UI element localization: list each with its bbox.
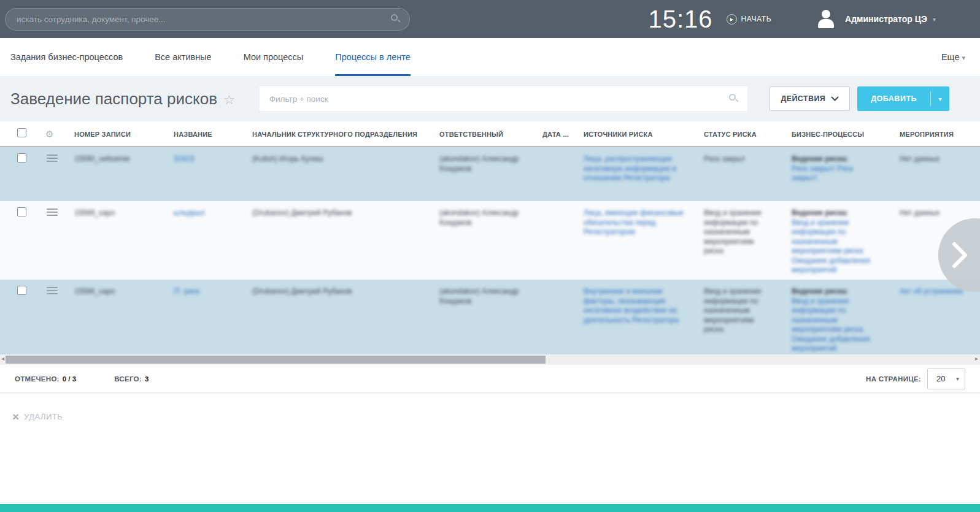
chevron-down-icon: [831, 96, 839, 101]
chevron-down-icon: ▾: [956, 375, 959, 382]
tab-my-processes[interactable]: Мои процессы: [244, 38, 304, 76]
record-name-link[interactable]: 32423: [174, 155, 194, 163]
scroll-left-arrow-icon[interactable]: ◂: [1, 355, 4, 362]
row-checkbox[interactable]: [17, 153, 26, 162]
grid-body: 15590_seltseinte 32423 (Kulish) Игорь Ку…: [0, 147, 980, 354]
risk-status: Ввод и хранение информации по назначенны…: [704, 287, 762, 334]
process-tabs: Задания бизнес-процессов Все активные Мо…: [0, 38, 980, 76]
user-avatar[interactable]: [816, 9, 836, 29]
checked-label: ОТМЕЧЕНО:: [15, 375, 60, 383]
play-icon: ▶: [727, 14, 737, 25]
row-checkbox[interactable]: [17, 286, 26, 295]
activities: Нет данных: [900, 208, 939, 217]
select-all-checkbox[interactable]: [17, 128, 26, 137]
chevron-right-icon: [952, 242, 968, 269]
filter-search-input[interactable]: [269, 94, 729, 104]
user-menu-chevron-icon[interactable]: ▾: [933, 16, 936, 23]
responsible: (akondakov) Александр Кондаков: [439, 155, 519, 173]
checked-value: 0 / 3: [63, 375, 76, 383]
record-name-link[interactable]: ыльррыл: [174, 208, 205, 217]
department-head: (Drubanov) Дмитрий Рубанов: [252, 287, 352, 296]
add-menu-chevron-icon[interactable]: ▾: [931, 86, 949, 111]
topbar: 15:16 ▶ НАЧАТЬ Администратор ЦЭ ▾: [0, 0, 980, 38]
filter-search[interactable]: [260, 86, 747, 111]
business-process-links[interactable]: Ввод и хранение информации по назначенны…: [792, 218, 870, 275]
delete-x-icon: ×: [12, 411, 19, 422]
scrollbar-thumb[interactable]: [6, 356, 546, 364]
col-responsible[interactable]: ОТВЕТСТВЕННЫЙ: [430, 131, 533, 138]
add-button[interactable]: ДОБАВИТЬ ▾: [857, 86, 949, 111]
risk-sources-link[interactable]: Лица, имеющие финансовые обязательства п…: [584, 208, 684, 236]
record-number: 15589_sapo: [74, 208, 115, 217]
business-process-title: Ведение риска:: [792, 155, 848, 163]
activities: Нет данных: [900, 155, 939, 163]
col-business-processes[interactable]: БИЗНЕС-ПРОЦЕССЫ: [782, 131, 890, 138]
business-process-title: Ведение риска:: [792, 208, 848, 217]
per-page-select[interactable]: 20 ▾: [927, 369, 965, 389]
user-name[interactable]: Администратор ЦЭ: [845, 14, 927, 24]
favorite-star-icon[interactable]: ☆: [223, 93, 235, 107]
risk-status: Риск закрыт: [704, 155, 746, 163]
bottom-panel: × УДАЛИТЬ: [0, 393, 980, 504]
per-page-label: НА СТРАНИЦЕ:: [866, 375, 921, 383]
activities-link[interactable]: Акт об устранении: [900, 287, 963, 296]
responsible: (akondakov) Александр Кондаков: [439, 287, 519, 305]
col-activities[interactable]: МЕРОПРИЯТИЯ: [890, 131, 980, 138]
delete-button[interactable]: × УДАЛИТЬ: [12, 411, 63, 422]
col-record-number[interactable]: НОМЕР ЗАПИСИ: [64, 131, 164, 138]
global-search[interactable]: [5, 8, 410, 31]
start-button[interactable]: ▶ НАЧАТЬ: [727, 14, 772, 25]
col-date[interactable]: ДАТА ...: [533, 131, 574, 138]
table-row[interactable]: 15586_sapo IT- риск (Drubanov) Дмитрий Р…: [0, 280, 980, 354]
drag-handle-icon[interactable]: [47, 287, 58, 294]
drag-handle-icon[interactable]: [47, 208, 58, 216]
risk-sources-link[interactable]: Внутренние и внешние факторы, оказывающи…: [584, 287, 679, 324]
department-head: (Drubanov) Дмитрий Рубанов: [252, 208, 352, 217]
tab-processes-in-feed[interactable]: Процессы в ленте: [335, 38, 411, 76]
drag-handle-icon[interactable]: [47, 155, 58, 162]
business-process-title: Ведение риска:: [792, 287, 848, 296]
total-value: 3: [145, 375, 149, 383]
tabs-more-button[interactable]: Еще▾: [941, 52, 965, 62]
toolbar: Заведение паспорта рисков ☆ ДЕЙСТВИЯ ДОБ…: [0, 76, 980, 121]
col-risk-sources[interactable]: ИСТОЧНИКИ РИСКА: [574, 131, 694, 138]
scroll-right-arrow-icon[interactable]: ▸: [975, 355, 978, 362]
risk-status: Ввод и хранение информации по назначенны…: [704, 208, 762, 255]
horizontal-scrollbar[interactable]: ◂ ▸: [0, 354, 980, 365]
risk-sources-link[interactable]: Лица, распространяющие негативную информ…: [584, 155, 676, 182]
filter-search-icon[interactable]: [729, 94, 739, 104]
department-head: (Kulish) Игорь Кулиш: [252, 155, 323, 163]
grid-header: ⚙ НОМЕР ЗАПИСИ НАЗВАНИЕ НАЧАЛЬНИК СТРУКТ…: [0, 121, 980, 147]
page-title: Заведение паспорта рисков: [10, 90, 217, 109]
clock: 15:16: [648, 6, 712, 33]
actions-button[interactable]: ДЕЙСТВИЯ: [770, 86, 850, 111]
global-search-input[interactable]: [17, 15, 391, 24]
tab-all-active[interactable]: Все активные: [155, 38, 212, 76]
responsible: (akondakov) Александр Кондаков: [439, 208, 519, 227]
record-name-link[interactable]: IT- риск: [174, 287, 199, 296]
col-risk-status[interactable]: СТАТУС РИСКА: [694, 131, 782, 138]
search-icon[interactable]: [391, 14, 401, 24]
col-department-head[interactable]: НАЧАЛЬНИК СТРУКТУРНОГО ПОДРАЗДЕЛЕНИЯ: [242, 131, 430, 138]
business-process-links[interactable]: Риск закрыт! Риск закрыт!: [792, 164, 853, 183]
grid-settings-gear-icon[interactable]: ⚙: [38, 129, 64, 140]
col-name[interactable]: НАЗВАНИЕ: [164, 131, 242, 138]
bottom-accent-strip: [0, 504, 980, 512]
grid-footer: ОТМЕЧЕНО: 0 / 3 ВСЕГО: 3 НА СТРАНИЦЕ: 20…: [0, 365, 980, 393]
record-number: 15590_seltseinte: [74, 155, 130, 163]
record-number: 15586_sapo: [74, 287, 115, 296]
table-row[interactable]: 15590_seltseinte 32423 (Kulish) Игорь Ку…: [0, 147, 980, 201]
row-checkbox[interactable]: [17, 207, 26, 216]
total-label: ВСЕГО:: [114, 375, 142, 383]
tab-business-process-tasks[interactable]: Задания бизнес-процессов: [10, 38, 123, 76]
table-row[interactable]: 15589_sapo ыльррыл (Drubanov) Дмитрий Ру…: [0, 201, 980, 280]
chevron-down-icon: ▾: [962, 54, 965, 61]
business-process-links[interactable]: Ввод и хранение информации по назначенны…: [792, 297, 870, 353]
